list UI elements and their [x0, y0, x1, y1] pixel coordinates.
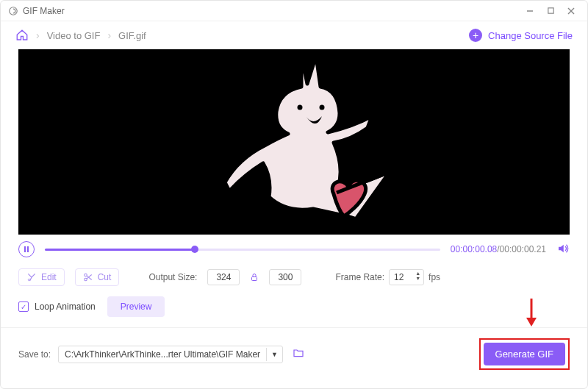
lock-icon[interactable]	[250, 272, 259, 282]
framerate-value: 12	[394, 272, 404, 282]
stepper-arrows-icon[interactable]: ▲▼	[415, 271, 420, 281]
plus-circle-icon: +	[469, 29, 482, 42]
app-logo-icon	[8, 6, 18, 16]
callout-highlight: Generate GIF	[479, 338, 570, 370]
preview-frame	[191, 49, 397, 231]
edit-button[interactable]: Edit	[18, 268, 65, 286]
svg-point-0	[10, 7, 18, 15]
time-current: 00:00:00.08	[451, 244, 497, 254]
open-folder-button[interactable]	[292, 347, 305, 361]
pause-button[interactable]	[18, 241, 35, 257]
svg-rect-2	[548, 8, 553, 13]
timecode: 00:00:00.08/00:00:00.21	[451, 244, 546, 254]
window-title: GIF Maker	[23, 6, 65, 16]
volume-icon[interactable]	[556, 242, 570, 257]
svg-point-6	[320, 104, 325, 110]
pause-icon	[24, 246, 29, 252]
playback-bar: 00:00:00.08/00:00:00.21	[1, 235, 587, 264]
framerate-label: Frame Rate:	[335, 272, 384, 282]
dropdown-caret-icon[interactable]: ▼	[266, 348, 282, 361]
svg-rect-10	[252, 277, 257, 281]
loop-row: ✓ Loop Animation Preview	[1, 293, 587, 327]
bottom-bar: Save to: C:\ArkThinker\ArkThinke...rter …	[1, 327, 587, 370]
seek-slider[interactable]	[45, 249, 440, 251]
output-height-input[interactable]	[269, 269, 301, 285]
framerate-stepper[interactable]: 12 ▲▼	[389, 269, 424, 285]
home-icon[interactable]	[15, 29, 29, 42]
loop-animation-checkbox[interactable]: ✓ Loop Animation	[18, 301, 96, 312]
cut-button[interactable]: Cut	[75, 268, 120, 286]
svg-point-5	[298, 104, 303, 110]
chevron-right-icon: ›	[36, 29, 40, 41]
breadcrumb-bar: › Video to GIF › GIF.gif + Change Source…	[1, 21, 587, 49]
checkbox-icon: ✓	[18, 301, 29, 312]
change-source-button[interactable]: + Change Source File	[469, 29, 573, 42]
chevron-right-icon: ›	[107, 29, 111, 41]
save-to-label: Save to:	[18, 349, 51, 360]
breadcrumb-item: GIF.gif	[118, 30, 146, 41]
loop-label: Loop Animation	[35, 301, 96, 312]
preview-button[interactable]: Preview	[107, 296, 165, 317]
time-total: 00:00:00.21	[500, 244, 546, 254]
breadcrumb-item[interactable]: Video to GIF	[47, 30, 101, 41]
change-source-label: Change Source File	[488, 30, 573, 41]
edit-label: Edit	[41, 272, 57, 282]
maximize-button[interactable]	[540, 1, 561, 21]
cut-label: Cut	[98, 272, 112, 282]
settings-row: Edit Cut Output Size: Frame Rate: 12 ▲▼ …	[1, 264, 587, 293]
titlebar: GIF Maker	[1, 1, 587, 21]
minimize-button[interactable]	[520, 1, 540, 21]
seek-thumb[interactable]	[191, 246, 198, 253]
close-button[interactable]	[561, 1, 581, 21]
save-path-dropdown[interactable]: C:\ArkThinker\ArkThinke...rter Ultimate\…	[58, 346, 283, 363]
output-size-label: Output Size:	[148, 272, 197, 282]
fps-unit: fps	[429, 272, 440, 282]
output-width-input[interactable]	[207, 269, 240, 285]
svg-point-7	[28, 279, 29, 280]
generate-gif-button[interactable]: Generate GIF	[484, 343, 565, 365]
save-path-value: C:\ArkThinker\ArkThinke...rter Ultimate\…	[59, 346, 266, 363]
video-preview	[18, 49, 570, 235]
